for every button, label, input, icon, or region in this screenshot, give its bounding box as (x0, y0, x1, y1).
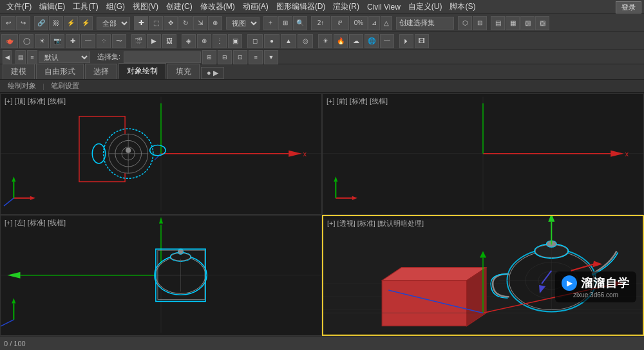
sel-btn1[interactable]: ⊞ (202, 50, 216, 64)
render-setup[interactable]: 🎬 (131, 34, 146, 48)
viewport-top[interactable]: [+] [顶] [标准] [线框] x (0, 93, 322, 215)
scale-tool[interactable]: ⇲ (193, 16, 207, 30)
subtab-draw-objects[interactable]: 绘制对象 (3, 80, 41, 91)
svg-rect-62 (382, 280, 467, 326)
light-icon[interactable]: ☀ (35, 34, 49, 48)
login-button[interactable]: 登录 (616, 1, 641, 14)
toolbar3: ◀ ▤ ≡ 默认 选择集: ⊞ ⊟ ⊡ ≡ ▼ (0, 50, 644, 64)
layout-1[interactable]: ▤ (491, 16, 505, 30)
layer-icon[interactable]: ▤ (15, 50, 26, 64)
undo-button[interactable]: ↩ (1, 16, 15, 30)
layout-3[interactable]: ▧ (520, 16, 535, 30)
align-tool[interactable]: ⊟ (473, 16, 487, 30)
menu-edit[interactable]: 编辑(E) (35, 0, 69, 14)
mirror-tool[interactable]: ⬡ (458, 16, 472, 30)
bind-button[interactable]: ⚡ (64, 16, 78, 30)
svg-line-57 (1, 319, 14, 326)
tab-modeling[interactable]: 建模 (3, 64, 35, 79)
grid-snap[interactable]: ⊞ (278, 16, 292, 30)
menu-view[interactable]: 视图(V) (129, 0, 162, 14)
sel-btn2[interactable]: ⊟ (218, 50, 232, 64)
cloud-icon[interactable]: ☁ (349, 34, 363, 48)
menu-bar: 文件(F) 编辑(E) 工具(T) 组(G) 视图(V) 创建(C) 修改器(M… (0, 0, 644, 14)
snap-toggle[interactable]: 🔍 (293, 16, 307, 30)
helper-icon[interactable]: ✚ (66, 34, 80, 48)
viewport-perspective[interactable]: [+] [透视] [标准] [默认明暗处理] (322, 215, 644, 336)
mesher[interactable]: ▣ (228, 34, 242, 48)
scatter[interactable]: ⋮ (213, 34, 227, 48)
sel-btn4[interactable]: ≡ (249, 50, 263, 64)
subtab-sep: | (43, 82, 44, 90)
named-selection-input[interactable] (396, 17, 454, 30)
viewport-left[interactable]: [+] [左] [标准] [线框] (0, 215, 322, 336)
clone[interactable]: ⊕ (197, 34, 211, 48)
anim2-icon[interactable]: 🎞 (415, 34, 429, 48)
teapot-icon[interactable]: 🫖 (1, 34, 18, 48)
subtab-brush-settings[interactable]: 笔刷设置 (46, 80, 84, 91)
menu-create[interactable]: 创建(C) (162, 0, 196, 14)
menu-graph-editor[interactable]: 图形编辑器(D) (272, 0, 330, 14)
menu-customize[interactable]: 自定义(U) (404, 0, 446, 14)
spline-icon[interactable]: 〰 (81, 34, 95, 48)
watermark-icon: ▶ (562, 275, 577, 291)
viewport-front-canvas: x (323, 94, 643, 214)
rotate-tool[interactable]: ↻ (178, 16, 193, 30)
menu-civil-view[interactable]: Civil View (363, 1, 404, 13)
menu-modifier[interactable]: 修改器(M) (196, 0, 239, 14)
select-region-tool[interactable]: ⬚ (149, 16, 163, 30)
select-tool[interactable]: ✛ (134, 16, 148, 30)
svg-marker-39 (334, 176, 337, 181)
env-icon[interactable]: 🌐 (365, 34, 379, 48)
menu-tools[interactable]: 工具(T) (69, 0, 102, 14)
tab-freeform[interactable]: 自由形式 (36, 64, 84, 79)
menu-animation[interactable]: 动画(A) (239, 0, 272, 14)
sphere-icon[interactable]: ● (264, 34, 279, 48)
menu-script[interactable]: 脚本(S) (446, 0, 479, 14)
sun-icon[interactable]: ☀ (318, 34, 332, 48)
filter-icon[interactable]: ▼ (264, 50, 278, 64)
viewport-front[interactable]: [+] [前] [标准] [线框] x (322, 93, 644, 215)
link-button[interactable]: 🔗 (34, 16, 48, 30)
watermark-url: zixue.3d66.com (573, 291, 618, 299)
view-dropdown[interactable]: 视图 (226, 17, 260, 30)
render-btn[interactable]: ▶ (147, 34, 161, 48)
material-editor[interactable]: ◈ (182, 34, 196, 48)
fire-icon[interactable]: 🔥 (334, 34, 348, 48)
svg-marker-45 (7, 272, 20, 278)
transform-coord[interactable]: + (263, 16, 278, 30)
space-warp-icon[interactable]: 〜 (112, 34, 126, 48)
svg-marker-18 (30, 196, 35, 200)
place-tool[interactable]: ⊕ (208, 16, 222, 30)
sel-btn3[interactable]: ⊡ (233, 50, 247, 64)
menu-render[interactable]: 渲染(R) (329, 0, 363, 14)
menu-file[interactable]: 文件(F) (3, 0, 35, 14)
tab-fill[interactable]: 填充 (167, 64, 200, 79)
selection-set-input[interactable] (124, 51, 201, 63)
fog-icon[interactable]: 〰 (380, 34, 394, 48)
particle-icon[interactable]: ⁘ (97, 34, 111, 48)
geom-icon[interactable]: ◯ (19, 34, 33, 48)
redo-button[interactable]: ↪ (16, 16, 30, 30)
svg-marker-25 (611, 151, 623, 157)
cam-icon[interactable]: 📷 (50, 34, 64, 48)
svg-point-50 (178, 249, 183, 254)
cone-icon[interactable]: ▲ (281, 34, 296, 48)
move-tool[interactable]: ✥ (164, 16, 178, 30)
menu-group[interactable]: 组(G) (102, 0, 129, 14)
bind2-button[interactable]: ⚡ (79, 16, 93, 30)
collapse-left[interactable]: ◀ (3, 50, 12, 64)
tab-obj-paint[interactable]: 对象绘制 (118, 63, 166, 79)
tab-selection[interactable]: 选择 (85, 64, 117, 79)
select-all-dropdown[interactable]: 全部 (97, 17, 130, 30)
render-frame[interactable]: 🖼 (162, 34, 176, 48)
svg-marker-56 (12, 298, 15, 303)
unlink-button[interactable]: ⛓ (49, 16, 63, 30)
tab-extra[interactable]: ● ▶ (201, 67, 224, 79)
torus-icon[interactable]: ◎ (298, 34, 313, 48)
layout-2[interactable]: ▦ (506, 16, 520, 30)
layer-stack-icon[interactable]: ≡ (27, 50, 37, 64)
shape-icon[interactable]: ◻ (247, 34, 263, 48)
anim-icon[interactable]: ⏵ (399, 34, 413, 48)
layer-dropdown[interactable]: 默认 (39, 51, 90, 63)
layout-4[interactable]: ▨ (535, 16, 549, 30)
